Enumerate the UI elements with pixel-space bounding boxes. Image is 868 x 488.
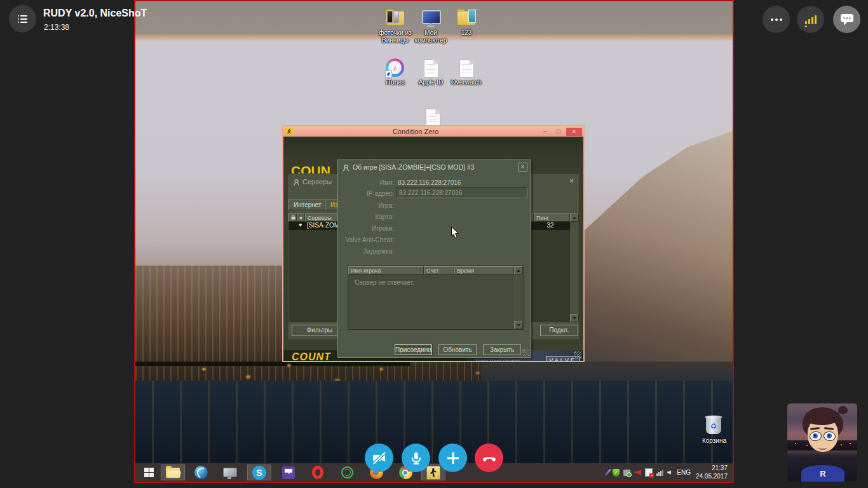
close-button[interactable]: × xyxy=(566,128,582,136)
skype-icon xyxy=(252,466,266,480)
document-icon xyxy=(421,108,444,127)
flag-alert-icon[interactable] xyxy=(645,468,653,477)
audio-horn-icon[interactable] xyxy=(634,470,641,476)
desktop-icon-recycle-bin[interactable]: Корзина xyxy=(691,416,734,445)
desktop-icon-123-folder[interactable]: 123 xyxy=(444,9,489,37)
column-score[interactable]: Счет xyxy=(424,266,454,274)
field-label-map: Карта: xyxy=(338,214,394,220)
game-background: COUN COUNT CONDITION ZERO Turtle Rock St… xyxy=(283,137,583,361)
taskbar-twitch[interactable] xyxy=(276,464,301,480)
dialog-title: Об игре [SISA-ZOMBIE]+[CSO MOD] #3 xyxy=(353,163,475,171)
window-titlebar[interactable]: Condition Zero – □ × xyxy=(283,126,583,137)
turtle-rock-logo: Turtle Rock Studios xyxy=(475,359,520,361)
skype-call-screen: { "overlay": { "title": "RUDY v2.0, Nice… xyxy=(0,0,868,488)
taskbar-monitor-app[interactable] xyxy=(218,464,242,480)
taskbar-opera[interactable] xyxy=(306,464,330,480)
folder-icon xyxy=(455,9,478,28)
recycle-bin-icon xyxy=(703,416,726,436)
computer-icon xyxy=(419,9,442,28)
server-not-responding-text: Сервер не отвечает. xyxy=(355,279,414,286)
column-favorite[interactable] xyxy=(297,214,305,222)
window-resize-grip[interactable] xyxy=(574,351,581,359)
heart-icon xyxy=(299,215,302,221)
column-time[interactable]: Время xyxy=(454,266,514,274)
taskbar-green-ring-app[interactable] xyxy=(335,464,359,480)
lock-icon xyxy=(291,215,295,220)
taskbar-file-explorer[interactable] xyxy=(161,464,185,480)
scroll-down-button[interactable] xyxy=(570,314,579,322)
mouse-cursor xyxy=(451,226,460,240)
ip-address-input[interactable] xyxy=(397,187,527,198)
tray-date: 24.05.2017 xyxy=(696,473,728,481)
server-list-scrollbar[interactable] xyxy=(570,214,579,322)
join-button[interactable]: Присоедини. xyxy=(395,344,432,355)
icon-label: Overwatch xyxy=(444,79,489,86)
column-ping[interactable]: Пинг xyxy=(534,214,570,222)
field-label-name: Имя: xyxy=(338,179,394,186)
column-player-name[interactable]: Имя игрока xyxy=(348,266,424,274)
start-button[interactable] xyxy=(137,464,161,480)
taskbar-ccleaner[interactable] xyxy=(189,464,213,480)
icon-label: Корзина xyxy=(691,437,734,445)
document-icon xyxy=(455,58,478,78)
update-status-icon[interactable] xyxy=(623,470,630,476)
participant-avatar[interactable]: R xyxy=(787,403,857,482)
minimize-button[interactable]: – xyxy=(538,128,551,135)
server-info-dialog: Об игре [SISA-ZOMBIE]+[CSO MOD] #3 × Имя… xyxy=(337,159,531,358)
field-label-ip: IP-адрес: xyxy=(338,190,394,197)
taskbar-skype[interactable] xyxy=(247,464,271,480)
tray-time: 21:37 xyxy=(696,464,728,473)
explorer-icon xyxy=(166,468,180,478)
antivirus-shield-icon[interactable] xyxy=(613,469,620,477)
connect-button[interactable]: Подкл. xyxy=(540,325,578,336)
pen-tray-icon[interactable] xyxy=(607,468,609,477)
participants-list-button[interactable] xyxy=(9,5,36,32)
dialog-close-button[interactable]: × xyxy=(518,163,527,172)
field-label-players: Игроки: xyxy=(338,225,394,232)
tab-internet[interactable]: Интернет xyxy=(288,200,325,210)
call-quality-button[interactable] xyxy=(797,6,824,33)
tray-clock[interactable]: 21:37 24.05.2017 xyxy=(696,464,728,480)
chat-bubble-icon xyxy=(840,13,854,26)
desktop-icon-document[interactable] xyxy=(410,108,456,127)
video-toggle-button[interactable] xyxy=(365,444,393,472)
scroll-up-button[interactable] xyxy=(570,214,579,222)
icon-label: 123 xyxy=(444,29,489,37)
field-label-vac: Valve Anti-Cheat: xyxy=(338,236,394,243)
folder-icon xyxy=(384,9,407,28)
refresh-button[interactable]: Обновить xyxy=(438,344,477,355)
column-lock[interactable] xyxy=(288,214,297,222)
condition-zero-window: Condition Zero – □ × COUN COUNT CONDITIO… xyxy=(282,125,585,362)
screen-share-view: фоточки из Винницы Мой компьютер 123 iTu… xyxy=(134,0,734,483)
network-icon[interactable] xyxy=(656,470,663,476)
monitor-icon xyxy=(223,468,237,477)
call-timer: 2:13:38 xyxy=(44,23,69,32)
call-title: RUDY v2.0, NiceShoT xyxy=(43,8,147,19)
servers-close-button[interactable]: × xyxy=(569,177,574,186)
signal-bars-icon xyxy=(805,15,817,24)
favorite-heart-icon xyxy=(299,222,302,228)
players-scrollbar[interactable] xyxy=(514,266,523,329)
language-indicator[interactable]: ENG xyxy=(677,469,691,476)
scroll-down-button[interactable] xyxy=(514,321,523,329)
more-options-button[interactable] xyxy=(763,6,790,33)
avatar-letter: R xyxy=(801,469,844,478)
field-value-name: 83.222.116.228:27016 xyxy=(398,179,461,186)
close-dialog-button[interactable]: Закрыть xyxy=(483,344,521,355)
server-ping: 32 xyxy=(534,222,567,229)
system-tray: ENG 21:37 24.05.2017 xyxy=(605,463,733,482)
chat-button[interactable] xyxy=(833,6,860,33)
add-participant-button[interactable] xyxy=(438,444,467,472)
end-call-button[interactable] xyxy=(475,444,503,472)
ccleaner-icon xyxy=(194,466,208,479)
scroll-up-button[interactable] xyxy=(514,266,523,274)
mute-microphone-button[interactable] xyxy=(402,444,430,472)
microphone-icon xyxy=(409,451,423,465)
dialog-resize-grip[interactable] xyxy=(522,349,529,356)
speaker-icon[interactable] xyxy=(667,470,671,475)
maximize-button[interactable]: □ xyxy=(552,128,565,135)
document-icon xyxy=(419,58,442,78)
steam-icon xyxy=(292,178,301,186)
desktop-icon-overwatch[interactable]: Overwatch xyxy=(444,58,489,86)
steam-icon xyxy=(342,163,350,172)
